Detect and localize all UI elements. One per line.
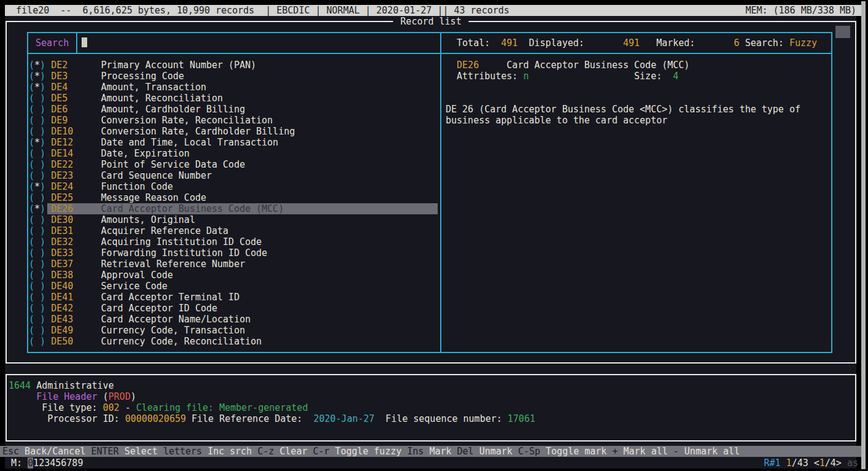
item-name: Primary Account Number (PAN) (101, 60, 256, 71)
record-list-item[interactable]: ( ) DE14 Date, Expiration (29, 148, 190, 159)
key-action: Toggle mark (540, 446, 612, 457)
mark-indicator (34, 281, 40, 292)
record-preview-line: File Header (PROD) (9, 391, 136, 402)
marker-open: ( (29, 93, 34, 104)
terminal-scrollbar[interactable] (861, 1, 866, 469)
item-name: Point of Service Data Code (101, 159, 245, 170)
item-name: Card Acceptor Name/Location (101, 314, 250, 325)
list-scrollbar-thumb[interactable] (835, 26, 850, 38)
item-id: DE14 (51, 148, 101, 159)
keybar-item-ins[interactable]: Ins Mark (407, 446, 457, 457)
item-id: DE31 (51, 225, 101, 236)
record-list-item[interactable]: ( ) DE31 Acquirer Reference Data (29, 225, 228, 236)
record-list-item[interactable]: ( ) DE41 Card Acceptor Terminal ID (29, 292, 239, 303)
status-mark-digits: M: 0123456789 (6, 457, 83, 469)
record-list-item[interactable]: ( ) DE40 Service Code (29, 281, 168, 292)
mark-indicator: * (34, 71, 40, 82)
search-row-divider (27, 53, 832, 54)
record-list-item[interactable]: ( ) DE49 Currency Code, Transaction (29, 325, 245, 336)
key-action: Toggle fuzzy (330, 446, 407, 457)
item-id: DE32 (51, 236, 101, 247)
record-list-item[interactable]: (*) DE24 Function Code (29, 181, 173, 192)
mark-indicator: * (34, 82, 40, 93)
item-id: DE40 (51, 281, 101, 292)
record-preview-line: 1644 Administrative (9, 380, 114, 391)
item-name: Card Acceptor Terminal ID (101, 292, 239, 303)
marker-spacer (45, 292, 51, 303)
key-name: ENTER (91, 446, 119, 457)
item-name: Approval Code (101, 270, 172, 281)
record-list-item[interactable]: (*) DE2 Primary Account Number (PAN) (29, 60, 256, 71)
marker-spacer (45, 314, 51, 325)
item-name: Function Code (101, 181, 172, 192)
record-list-item[interactable]: ( ) DE37 Retrieval Reference Number (29, 259, 245, 270)
record-list-item[interactable]: ( ) DE30 Amounts, Original (29, 214, 195, 225)
keybar-item-cr[interactable]: C-r Toggle fuzzy (313, 446, 408, 457)
key-action: Mark all (618, 446, 673, 457)
item-id: DE42 (51, 303, 101, 314)
record-list-item[interactable]: (*) DE3 Processing Code (29, 71, 184, 82)
record-list-item[interactable]: ( ) DE32 Acquiring Institution ID Code (29, 236, 262, 247)
item-name: Amount, Cardholder Billing (101, 104, 245, 115)
marker-spacer (45, 225, 51, 236)
record-list-item[interactable]: ( ) DE6 Amount, Cardholder Billing (29, 104, 245, 115)
marker-spacer (45, 60, 51, 71)
record-list-item[interactable]: ( ) DE23 Card Sequence Number (29, 170, 212, 181)
record-list-item[interactable]: (*) DE12 Date and Time, Local Transactio… (29, 137, 278, 148)
item-name: Retrieval Reference Number (101, 259, 245, 270)
mark-indicator: * (34, 137, 40, 148)
record-list-item[interactable]: (*) DE26 Card Acceptor Business Code (MC… (29, 203, 284, 214)
marker-close: ) (40, 159, 45, 170)
keybar-item-cz[interactable]: C-z Clear (257, 446, 312, 457)
record-list-item[interactable]: (*) DE4 Amount, Transaction (29, 82, 206, 93)
keybar-item-csp[interactable]: C-Sp Toggle mark (518, 446, 613, 457)
marker-spacer (45, 336, 51, 347)
keybar-item-letters[interactable]: letters Inc srch (163, 446, 258, 457)
item-name: Conversion Rate, Reconciliation (101, 115, 273, 126)
record-list-item[interactable]: ( ) DE50 Currency Code, Reconciliation (29, 336, 262, 347)
key-hint-bar: Esc Back/Cancel ENTER Select letters Inc… (0, 446, 861, 457)
keybar-item-esc[interactable]: Esc Back/Cancel (2, 446, 91, 457)
marker-open: ( (29, 225, 34, 236)
item-id: DE38 (51, 270, 101, 281)
record-list-item[interactable]: ( ) DE10 Conversion Rate, Cardholder Bil… (29, 126, 295, 137)
mark-indicator (34, 159, 40, 170)
marker-spacer (45, 126, 51, 137)
marker-spacer (45, 203, 51, 214)
record-list-item[interactable]: ( ) DE43 Card Acceptor Name/Location (29, 314, 250, 325)
item-name: Acquiring Institution ID Code (101, 236, 262, 247)
marker-close: ) (40, 214, 45, 225)
key-name: C-z (257, 446, 274, 457)
marker-spacer (45, 115, 51, 126)
keybar-item-enter[interactable]: ENTER Select (91, 446, 163, 457)
search-input[interactable] (77, 33, 440, 53)
key-action: Back/Cancel (19, 446, 91, 457)
item-name: Acquirer Reference Data (101, 225, 228, 236)
record-list-item[interactable]: ( ) DE38 Approval Code (29, 270, 173, 281)
record-list-item[interactable]: ( ) DE33 Forwarding Institution ID Code (29, 247, 267, 259)
key-action: Clear (274, 446, 313, 457)
marker-spacer (45, 214, 51, 225)
item-id: DE50 (51, 336, 101, 347)
marker-close: ) (40, 93, 45, 104)
marker-close: ) (40, 126, 45, 137)
mark-indicator (34, 214, 40, 225)
key-name: Esc (2, 446, 19, 457)
key-action: Select (119, 446, 163, 457)
item-id: DE43 (51, 314, 101, 325)
record-list-item[interactable]: ( ) DE5 Amount, Reconciliation (29, 93, 223, 104)
key-action: Unmark all (679, 446, 740, 457)
record-list-item[interactable]: ( ) DE25 Message Reason Code (29, 192, 206, 203)
marker-open: ( (29, 181, 34, 192)
marker-spacer (45, 71, 51, 82)
keybar-item-del[interactable]: Del Unmark (457, 446, 518, 457)
marker-spacer (45, 236, 51, 247)
marker-open: ( (29, 115, 34, 126)
marker-close: ) (40, 82, 45, 93)
record-list-item[interactable]: ( ) DE22 Point of Service Data Code (29, 159, 245, 170)
item-name: Card Sequence Number (101, 170, 212, 181)
keybar-item-[interactable]: + Mark all (612, 446, 673, 457)
record-list-item[interactable]: ( ) DE42 Card Acceptor ID Code (29, 303, 217, 314)
record-list-item[interactable]: ( ) DE9 Conversion Rate, Reconciliation (29, 115, 273, 126)
keybar-item-[interactable]: - Unmark all (673, 446, 740, 457)
